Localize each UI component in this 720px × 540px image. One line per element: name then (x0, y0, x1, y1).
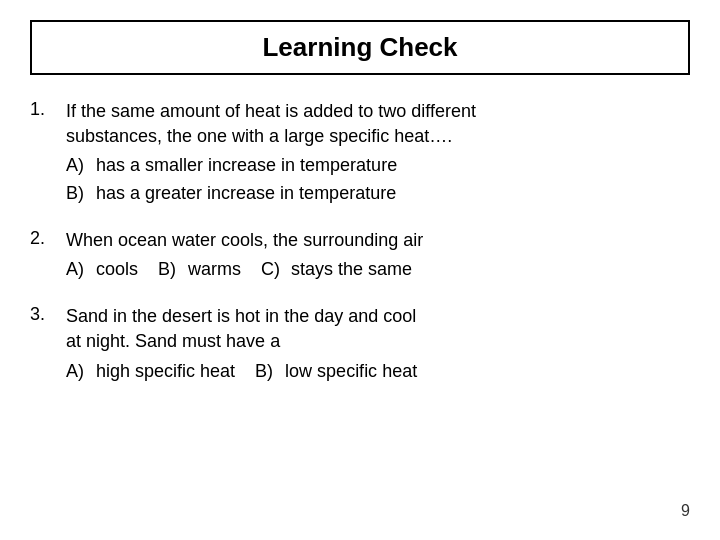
option-1b-label: B) (66, 181, 90, 206)
question-1-options: A) has a smaller increase in temperature… (66, 153, 690, 205)
question-2-options: A) cools B) warms C) stays the same (66, 257, 690, 282)
option-3a-label: A) (66, 359, 90, 384)
question-2-number: 2. (30, 228, 58, 253)
question-3-options: A) high specific heat B) low specific he… (66, 359, 690, 384)
option-1b-text: has a greater increase in temperature (96, 181, 396, 206)
option-1a-label: A) (66, 153, 90, 178)
question-3: 3. Sand in the desert is hot in the day … (30, 304, 690, 384)
question-1-text: If the same amount of heat is added to t… (66, 99, 476, 149)
question-1: 1. If the same amount of heat is added t… (30, 99, 690, 206)
question-3-option-a: A) high specific heat (66, 359, 235, 384)
page-title: Learning Check (30, 20, 690, 75)
question-2-text: When ocean water cools, the surrounding … (66, 228, 423, 253)
question-3-option-b: B) low specific heat (255, 359, 417, 384)
option-3b-text: low specific heat (285, 359, 417, 384)
option-3b-label: B) (255, 359, 279, 384)
question-2-option-a: A) cools (66, 257, 138, 282)
page-number: 9 (30, 502, 690, 520)
option-1a-text: has a smaller increase in temperature (96, 153, 397, 178)
option-2a-text: cools (96, 257, 138, 282)
option-2c-text: stays the same (291, 257, 412, 282)
question-3-number: 3. (30, 304, 58, 354)
question-1-option-a: A) has a smaller increase in temperature (66, 153, 690, 178)
option-2b-label: B) (158, 257, 182, 282)
question-1-number: 1. (30, 99, 58, 149)
question-1-option-b: B) has a greater increase in temperature (66, 181, 690, 206)
question-2-option-c: C) stays the same (261, 257, 412, 282)
question-2-option-b: B) warms (158, 257, 241, 282)
option-2c-label: C) (261, 257, 285, 282)
question-2: 2. When ocean water cools, the surroundi… (30, 228, 690, 282)
questions-container: 1. If the same amount of heat is added t… (30, 99, 690, 502)
question-3-text: Sand in the desert is hot in the day and… (66, 304, 416, 354)
option-3a-text: high specific heat (96, 359, 235, 384)
option-2a-label: A) (66, 257, 90, 282)
option-2b-text: warms (188, 257, 241, 282)
